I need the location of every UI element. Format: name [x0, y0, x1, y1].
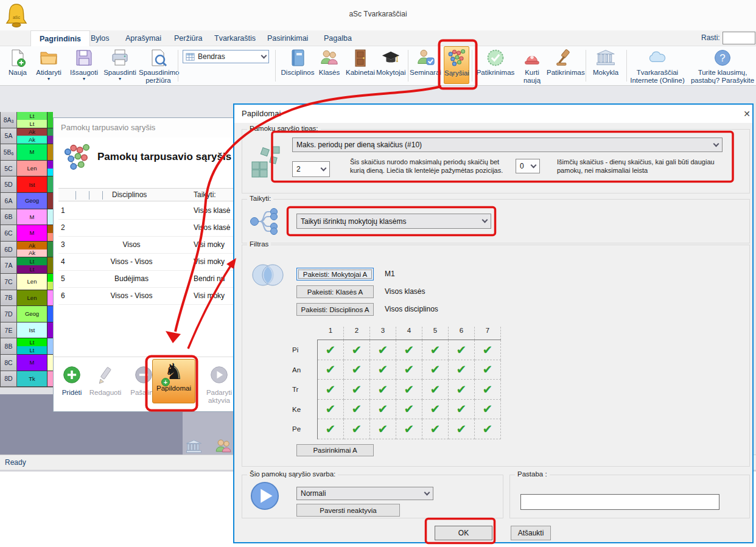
grid-check-cell[interactable]: ✔ — [318, 380, 344, 400]
grid-check-cell[interactable]: ✔ — [422, 340, 449, 360]
class-row-label[interactable]: 7D — [0, 306, 17, 322]
lesson-cell[interactable]: M — [17, 225, 47, 242]
grid-check-cell[interactable]: ✔ — [370, 380, 396, 400]
tab-perziura[interactable]: Peržiūra — [166, 30, 211, 46]
edit-button[interactable]: Redaguoti — [87, 365, 124, 397]
lesson-cell[interactable]: M — [17, 209, 47, 226]
cancel-button[interactable]: Atšaukti — [511, 526, 551, 540]
class-row-label[interactable]: 7A — [0, 257, 17, 274]
grid-check-cell[interactable]: ✔ — [370, 400, 396, 420]
tab-pagrindinis[interactable]: Pagrindinis — [30, 30, 90, 46]
view-combo[interactable]: Bendras — [183, 50, 269, 63]
ribbon-button-patikrinimas[interactable]: Patikrinimas — [475, 47, 516, 77]
grid-check-cell[interactable]: ✔ — [396, 360, 422, 380]
max-periods-combo[interactable]: 2 — [292, 161, 330, 177]
ribbon-button-sarysiai[interactable]: Sąryšiai — [444, 46, 469, 84]
lesson-cell[interactable]: Geog — [17, 193, 47, 209]
grid-check-cell[interactable]: ✔ — [370, 360, 396, 380]
lesson-cell[interactable]: LtLt — [17, 112, 47, 128]
class-row-label[interactable]: 6D — [0, 242, 17, 258]
class-row-label[interactable]: 7C — [0, 274, 17, 290]
ribbon-button-klausimai[interactable]: ?Turite klausimų, pastabų? Parašykite m — [689, 47, 756, 92]
lesson-cell[interactable]: AkAk — [17, 242, 47, 258]
grid-check-cell[interactable]: ✔ — [318, 419, 344, 439]
grid-check-cell[interactable]: ✔ — [475, 419, 501, 439]
grid-check-cell[interactable]: ✔ — [344, 419, 370, 439]
exceptions-combo[interactable]: 0 — [516, 159, 540, 173]
lesson-cell[interactable]: M — [17, 144, 47, 161]
grid-check-cell[interactable]: ✔ — [344, 400, 370, 420]
apply-to-combo[interactable]: Taikyti išrinktų mokytojų klasėms — [296, 214, 491, 229]
class-row-label[interactable]: 8D — [0, 371, 17, 388]
ribbon-button-kabinetai[interactable]: Kabinetai — [343, 47, 377, 77]
ribbon-button-mokykla[interactable]: Mokykla — [587, 47, 624, 77]
ribbon-button-spausdinimo-perziura[interactable]: Spausdinimo peržiūra — [139, 47, 178, 84]
class-row-label[interactable]: 5D — [0, 176, 17, 193]
grid-check-cell[interactable]: ✔ — [318, 360, 344, 380]
lesson-cell[interactable]: Len — [17, 290, 47, 307]
class-row-label[interactable]: 8C — [0, 355, 17, 371]
tab-bylos[interactable]: Bylos — [82, 30, 118, 46]
constraint-type-combo[interactable]: Maks. periodų per dieną skaičius (#10) — [292, 138, 723, 152]
tab-tvarkarastis[interactable]: Tvarkaraštis — [206, 30, 264, 46]
lesson-cell[interactable]: Geog — [17, 306, 47, 322]
lesson-cell[interactable]: M — [17, 355, 47, 371]
grid-check-cell[interactable]: ✔ — [396, 340, 422, 360]
importance-combo[interactable]: Normali — [296, 487, 433, 500]
dropdown-arrow-icon[interactable]: ▾ — [32, 77, 66, 81]
grid-check-cell[interactable]: ✔ — [449, 360, 475, 380]
lesson-cell[interactable]: LtLt — [17, 257, 47, 274]
class-row-label[interactable]: 6B — [0, 209, 17, 226]
grid-check-cell[interactable]: ✔ — [449, 400, 475, 420]
grid-check-cell[interactable]: ✔ — [344, 380, 370, 400]
grid-check-cell[interactable]: ✔ — [422, 400, 449, 420]
grid-check-cell[interactable]: ✔ — [370, 340, 396, 360]
grid-check-cell[interactable]: ✔ — [475, 400, 501, 420]
grid-check-cell[interactable]: ✔ — [475, 360, 501, 380]
grid-check-cell[interactable]: ✔ — [344, 340, 370, 360]
grid-check-cell[interactable]: ✔ — [422, 360, 449, 380]
advanced-button[interactable]: ♞+Papildomai — [152, 359, 195, 403]
grid-check-cell[interactable]: ✔ — [370, 419, 396, 439]
class-row-label[interactable]: 8A3 — [0, 112, 17, 128]
selections-button[interactable]: Pasirinkimai A — [296, 444, 374, 456]
class-row-label[interactable]: 6A — [0, 193, 17, 209]
grid-check-cell[interactable]: ✔ — [449, 380, 475, 400]
ribbon-button-atidaryti[interactable]: Atidaryti▾ — [32, 47, 66, 81]
grid-check-cell[interactable]: ✔ — [318, 340, 344, 360]
class-row-label[interactable]: 5B6 — [0, 144, 17, 161]
class-row-label[interactable]: 5C — [0, 161, 17, 177]
lesson-cell[interactable]: Ist — [17, 176, 47, 193]
grid-check-cell[interactable]: ✔ — [422, 380, 449, 400]
ribbon-button-kurti-nauja[interactable]: Kurti naują — [518, 47, 546, 84]
ribbon-button-tvarkarasciai-internete[interactable]: Tvarkaraščiai Internete (Online) — [630, 47, 685, 84]
grid-check-cell[interactable]: ✔ — [449, 340, 475, 360]
tab-pasirinkimai[interactable]: Pasirinkimai — [259, 30, 317, 46]
class-row-label[interactable]: 8B — [0, 338, 17, 355]
lesson-cell[interactable]: AkAk — [17, 128, 47, 145]
column-disciplinos[interactable]: Disciplinos — [112, 190, 147, 199]
class-row-label[interactable]: 7E — [0, 322, 17, 339]
lesson-cell[interactable]: LtLt — [17, 338, 47, 355]
grid-check-cell[interactable]: ✔ — [475, 340, 501, 360]
grid-check-cell[interactable]: ✔ — [449, 419, 475, 439]
column-taikyti[interactable]: Taikyti: — [194, 190, 216, 199]
grid-check-cell[interactable]: ✔ — [396, 380, 422, 400]
grid-check-cell[interactable]: ✔ — [475, 380, 501, 400]
dropdown-arrow-icon[interactable]: ▾ — [102, 77, 138, 81]
add-button[interactable]: Pridėti — [54, 365, 90, 397]
ribbon-button-patikrinimas-2[interactable]: Patikrinimas — [547, 47, 583, 77]
grid-check-cell[interactable]: ✔ — [396, 419, 422, 439]
deactivate-button[interactable]: Paversti neaktyvia — [296, 504, 400, 517]
ribbon-button-spausdinti[interactable]: Spausdinti▾ — [102, 47, 138, 81]
change-subjects-button[interactable]: Pakeisti: Disciplinos A — [296, 303, 374, 316]
lesson-cell[interactable]: Len — [17, 274, 47, 290]
tab-pagalba[interactable]: Pagalba — [315, 30, 360, 46]
ribbon-button-mokytojai[interactable]: Mokytojai — [376, 47, 405, 77]
note-input[interactable] — [520, 494, 719, 510]
dropdown-arrow-icon[interactable]: ▾ — [67, 77, 101, 81]
grid-check-cell[interactable]: ✔ — [318, 400, 344, 420]
class-row-label[interactable]: 7B — [0, 290, 17, 307]
change-teachers-button[interactable]: Pakeisti: Mokytojai A — [296, 268, 374, 280]
class-row-label[interactable]: 5A — [0, 128, 17, 145]
